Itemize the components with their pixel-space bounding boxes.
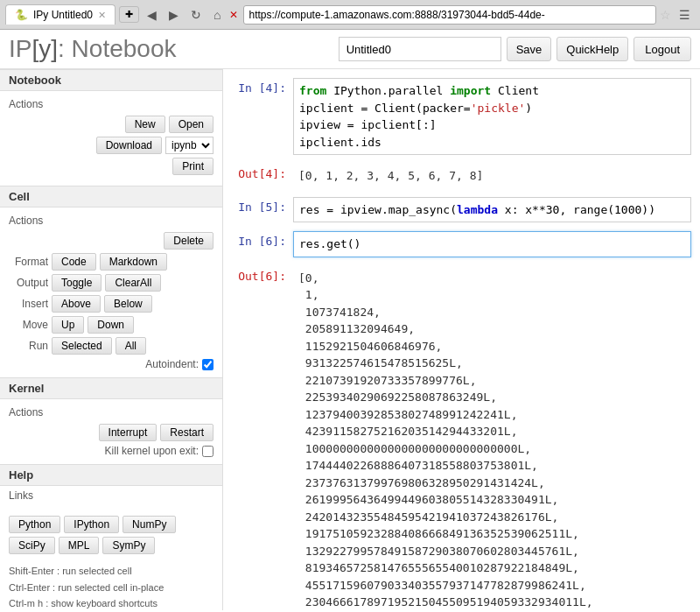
cell-in5: In [5]: res = ipview.map_async(lambda x:… (228, 197, 691, 223)
bookmark-btn[interactable]: ☆ (660, 8, 671, 22)
tab-close-btn[interactable]: ✕ (98, 10, 106, 21)
below-button[interactable]: Below (104, 295, 152, 313)
delete-button[interactable]: Delete (164, 232, 214, 250)
save-button[interactable]: Save (507, 37, 552, 61)
run-label: Run (9, 340, 48, 352)
code-button[interactable]: Code (52, 253, 96, 271)
run-row: Run Selected All (9, 337, 214, 355)
home-btn[interactable]: ⌂ (209, 6, 225, 24)
cell-section-title: Cell (0, 186, 222, 208)
restart-button[interactable]: Restart (160, 424, 214, 441)
tab-icon: 🐍 (15, 9, 28, 21)
reload-btn[interactable]: ↻ (186, 6, 206, 24)
new-open-row: New Open (9, 116, 214, 133)
download-row: Download ipynb py (9, 137, 214, 154)
https-icon: ✕ (229, 9, 238, 21)
cell-in6-prompt: In [6]: (228, 231, 293, 248)
cell-out6-output: [0, 1, 1073741824, 205891132094649, 1152… (293, 266, 691, 611)
notebook-actions-section: Actions New Open Download ipynb py Print (0, 91, 222, 186)
notebook-controls: Save QuickHelp Logout (339, 37, 691, 61)
cell-in5-box[interactable]: res = ipview.map_async(lambda x: x**30, … (293, 197, 691, 223)
autoindent-checkbox[interactable] (202, 359, 214, 370)
up-button[interactable]: Up (52, 316, 84, 334)
format-label: Format (9, 256, 48, 268)
links-section-title: Links (0, 486, 222, 505)
download-format-select[interactable]: ipynb py (165, 137, 214, 154)
format-row: Format Code Markdown (9, 253, 214, 271)
insert-row: Insert Above Below (9, 295, 214, 313)
new-button[interactable]: New (125, 116, 165, 133)
kernel-actions-label: Actions (9, 406, 214, 419)
autoindent-row: Autoindent: (9, 358, 214, 370)
forward-btn[interactable]: ▶ (164, 6, 183, 24)
numpy-link-btn[interactable]: NumPy (122, 516, 176, 533)
back-btn[interactable]: ◀ (143, 6, 161, 24)
title-ip: IP (9, 35, 32, 62)
sidebar: Notebook Actions New Open Download ipynb… (0, 69, 223, 610)
help-section-title: Help (0, 464, 222, 486)
kill-checkbox[interactable] (202, 446, 214, 457)
clearall-button[interactable]: ClearAll (105, 274, 161, 292)
kill-label: Kill kernel upon exit: (105, 445, 199, 457)
sympy-link-btn[interactable]: SymPy (102, 537, 155, 554)
cell-in6-box[interactable]: res.get() (293, 231, 691, 257)
delete-row: Delete (9, 232, 214, 250)
cell-out6: Out[6]: [0, 1, 1073741824, 2058911320946… (228, 266, 691, 611)
new-tab-btn[interactable]: ✚ (119, 6, 139, 23)
python-link-btn[interactable]: Python (9, 516, 60, 533)
tab-title: IPy Untitled0 (33, 9, 93, 21)
move-label: Move (9, 319, 48, 331)
autoindent-label: Autoindent: (145, 358, 199, 370)
ipython-link-btn[interactable]: IPython (64, 516, 119, 533)
open-button[interactable]: Open (169, 116, 214, 133)
notebook-actions-label: Actions (9, 98, 214, 110)
kernel-actions-section: Actions Interrupt Restart Kill kernel up… (0, 399, 222, 464)
cell-out4: Out[4]: [0, 1, 2, 3, 4, 5, 6, 7, 8] (228, 164, 691, 188)
notebook-header: IP[y]: Notebook Save QuickHelp Logout (0, 30, 700, 69)
down-button[interactable]: Down (88, 316, 134, 334)
print-button[interactable]: Print (172, 158, 214, 175)
kernel-section-title: Kernel (0, 377, 222, 399)
cell-in4: In [4]: from IPython.parallel import Cli… (228, 78, 691, 155)
title-rest: : Notebook (58, 35, 176, 62)
content-area: In [4]: from IPython.parallel import Cli… (223, 69, 700, 610)
notebook-section-title: Notebook (0, 69, 222, 91)
kill-row: Kill kernel upon exit: (9, 445, 214, 457)
scipy-link-btn[interactable]: SciPy (9, 537, 55, 554)
selected-button[interactable]: Selected (52, 337, 112, 355)
logout-button[interactable]: Logout (634, 37, 691, 61)
address-bar[interactable] (243, 5, 656, 25)
kernel-btn-row: Interrupt Restart (9, 424, 214, 441)
toggle-button[interactable]: Toggle (52, 274, 102, 292)
cell-out6-prompt: Out[6]: (228, 266, 293, 283)
cell-actions-label: Actions (9, 215, 214, 227)
menu-btn[interactable]: ☰ (675, 6, 695, 24)
move-row: Move Up Down (9, 316, 214, 334)
help-links: Python IPython NumPy SciPy MPL SymPy (0, 510, 222, 559)
cell-in4-box[interactable]: from IPython.parallel import Client ipcl… (293, 78, 691, 155)
cell-in4-prompt: In [4]: (228, 78, 293, 95)
insert-label: Insert (9, 298, 48, 310)
quickhelp-button[interactable]: QuickHelp (556, 37, 628, 61)
notebook-title: IP[y]: Notebook (9, 35, 176, 63)
mpl-link-btn[interactable]: MPL (59, 537, 100, 554)
cell-in5-prompt: In [5]: (228, 197, 293, 214)
download-button[interactable]: Download (96, 137, 162, 154)
browser-chrome: 🐍 IPy Untitled0 ✕ ✚ ◀ ▶ ↻ ⌂ ✕ ☆ ☰ (0, 0, 700, 30)
main-layout: Notebook Actions New Open Download ipynb… (0, 69, 700, 610)
output-label: Output (9, 277, 48, 289)
all-button[interactable]: All (116, 337, 146, 355)
cell-out4-output: [0, 1, 2, 3, 4, 5, 6, 7, 8] (293, 164, 691, 188)
cell-out4-prompt: Out[4]: (228, 164, 293, 180)
output-row: Output Toggle ClearAll (9, 274, 214, 292)
interrupt-button[interactable]: Interrupt (99, 424, 158, 441)
above-button[interactable]: Above (52, 295, 101, 313)
shortcut2: Ctrl-Enter : run selected cell in-place (9, 580, 214, 596)
shortcut3: Ctrl-m h : show keyboard shortcuts (9, 595, 214, 610)
markdown-button[interactable]: Markdown (100, 253, 167, 271)
notebook-name-input[interactable] (339, 37, 501, 61)
cell-in6: In [6]: res.get() (228, 231, 691, 257)
browser-tab: 🐍 IPy Untitled0 ✕ (5, 4, 116, 25)
shortcut1: Shift-Enter : run selected cell (9, 563, 214, 580)
print-row: Print (9, 158, 214, 175)
